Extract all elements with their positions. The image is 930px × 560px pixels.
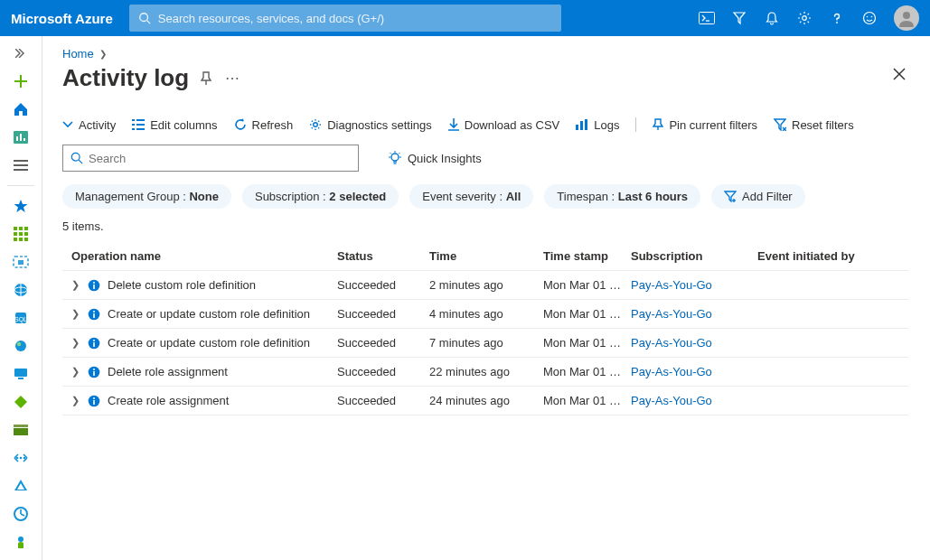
chevron-right-icon: ❯ xyxy=(99,49,107,59)
col-header-subscription[interactable]: Subscription xyxy=(631,249,757,263)
table-row[interactable]: ❯Create role assignmentSucceeded24 minut… xyxy=(62,387,908,415)
svg-rect-50 xyxy=(132,128,135,130)
table-row[interactable]: ❯Create or update custom role definition… xyxy=(62,300,908,329)
global-search[interactable]: Search resources, services, and docs (G+… xyxy=(129,5,561,32)
svg-rect-85 xyxy=(93,400,95,405)
info-icon xyxy=(88,366,100,378)
chevron-right-icon[interactable]: ❯ xyxy=(71,337,80,349)
cell-subscription-link[interactable]: Pay-As-You-Go xyxy=(631,365,712,378)
table-row[interactable]: ❯Delete role assignmentSucceeded22 minut… xyxy=(62,358,908,387)
pill-subscription[interactable]: Subscription : 2 selected xyxy=(242,184,399,209)
svg-rect-52 xyxy=(136,124,145,126)
refresh-button[interactable]: Refresh xyxy=(234,118,294,132)
svg-line-1 xyxy=(146,21,150,24)
col-header-initiated[interactable]: Event initiated by xyxy=(757,249,908,263)
storage-accounts-icon[interactable] xyxy=(8,420,33,440)
toolbar-separator xyxy=(635,117,636,132)
expand-rail-icon[interactable] xyxy=(9,43,34,63)
cell-operation: Delete role assignment xyxy=(108,365,228,378)
reset-filters-button[interactable]: Reset filters xyxy=(774,118,854,132)
edit-columns-button[interactable]: Edit columns xyxy=(132,118,217,132)
col-header-time[interactable]: Time xyxy=(429,249,543,263)
svg-rect-14 xyxy=(20,134,22,141)
cell-operation: Create or update custom role definition xyxy=(108,307,310,321)
cell-status: Succeeded xyxy=(337,307,429,321)
dashboard-icon[interactable] xyxy=(8,127,33,147)
feedback-icon[interactable] xyxy=(861,10,878,26)
svg-point-41 xyxy=(20,457,23,460)
avatar[interactable] xyxy=(894,5,919,31)
grid-search[interactable] xyxy=(62,145,359,172)
sql-databases-icon[interactable]: SQL xyxy=(8,308,33,328)
all-services-icon[interactable] xyxy=(8,155,33,175)
table-row[interactable]: ❯Delete custom role definitionSucceeded2… xyxy=(62,271,908,300)
cosmos-db-icon[interactable] xyxy=(8,336,33,356)
svg-point-83 xyxy=(93,369,95,370)
favorites-star-icon[interactable] xyxy=(8,196,33,216)
search-icon xyxy=(70,152,83,164)
cell-subscription-link[interactable]: Pay-As-You-Go xyxy=(631,278,712,292)
svg-point-60 xyxy=(71,153,80,161)
grid-search-input[interactable] xyxy=(89,152,351,165)
download-csv-button[interactable]: Download as CSV xyxy=(448,118,560,132)
col-header-timestamp[interactable]: Time stamp xyxy=(543,249,631,263)
svg-rect-53 xyxy=(136,128,145,130)
quick-insights-button[interactable]: Quick Insights xyxy=(388,151,482,165)
directory-filter-icon[interactable] xyxy=(731,10,747,26)
table-row[interactable]: ❯Create or update custom role definition… xyxy=(62,329,908,358)
virtual-machines-icon[interactable] xyxy=(8,364,33,384)
pill-timespan[interactable]: Timespan : Last 6 hours xyxy=(544,184,700,209)
pin-filters-button[interactable]: Pin current filters xyxy=(653,118,757,132)
more-icon[interactable]: ⋯ xyxy=(225,75,241,82)
svg-point-77 xyxy=(93,311,95,313)
pill-management-group[interactable]: Management Group : None xyxy=(62,184,231,209)
all-resources-icon[interactable] xyxy=(8,224,33,244)
notifications-icon[interactable] xyxy=(764,10,780,26)
breadcrumb-home[interactable]: Home xyxy=(62,47,94,61)
filter-pills: Management Group : None Subscription : 2… xyxy=(62,184,908,209)
chevron-right-icon[interactable]: ❯ xyxy=(71,395,80,406)
chevron-right-icon[interactable]: ❯ xyxy=(71,366,80,378)
pin-icon[interactable] xyxy=(200,71,212,86)
add-filter-label: Add Filter xyxy=(742,190,793,203)
resource-groups-icon[interactable] xyxy=(8,252,33,272)
columns-icon xyxy=(132,119,145,130)
svg-point-9 xyxy=(903,12,910,19)
svg-rect-24 xyxy=(24,232,28,236)
svg-rect-51 xyxy=(136,119,145,121)
help-icon[interactable] xyxy=(829,10,845,26)
logs-label: Logs xyxy=(594,118,619,132)
advisor-icon[interactable] xyxy=(8,532,33,552)
pill-severity[interactable]: Event severity : All xyxy=(409,184,533,209)
col-header-operation[interactable]: Operation name xyxy=(62,249,337,263)
logs-button[interactable]: Logs xyxy=(576,118,619,132)
download-icon xyxy=(448,118,459,131)
chevron-right-icon[interactable]: ❯ xyxy=(71,308,80,320)
virtual-networks-icon[interactable] xyxy=(8,448,33,468)
cell-subscription-link[interactable]: Pay-As-You-Go xyxy=(631,394,712,407)
settings-icon[interactable] xyxy=(796,10,813,26)
close-icon[interactable] xyxy=(892,67,907,81)
app-services-icon[interactable] xyxy=(8,280,33,300)
svg-rect-82 xyxy=(93,371,95,376)
svg-line-69 xyxy=(399,153,400,154)
create-resource-icon[interactable] xyxy=(8,71,33,91)
pill-add-filter[interactable]: Add Filter xyxy=(711,184,805,209)
cell-subscription-link[interactable]: Pay-As-You-Go xyxy=(631,336,712,350)
svg-rect-37 xyxy=(14,369,27,377)
svg-rect-19 xyxy=(14,227,17,230)
cloud-shell-icon[interactable] xyxy=(699,10,715,26)
cell-timestamp: Mon Mar 01 … xyxy=(543,336,631,350)
chevron-right-icon[interactable]: ❯ xyxy=(71,279,80,291)
azure-ad-icon[interactable] xyxy=(8,476,33,496)
col-header-status[interactable]: Status xyxy=(337,249,429,263)
load-balancers-icon[interactable] xyxy=(8,392,33,412)
svg-point-7 xyxy=(867,16,869,18)
monitor-icon[interactable] xyxy=(8,504,33,524)
activity-dropdown[interactable]: Activity xyxy=(62,118,116,132)
diagnostics-button[interactable]: Diagnostics settings xyxy=(309,118,432,132)
cell-subscription-link[interactable]: Pay-As-You-Go xyxy=(631,307,712,321)
svg-rect-15 xyxy=(23,138,25,141)
home-icon[interactable] xyxy=(8,99,33,119)
edit-columns-label: Edit columns xyxy=(150,118,217,132)
